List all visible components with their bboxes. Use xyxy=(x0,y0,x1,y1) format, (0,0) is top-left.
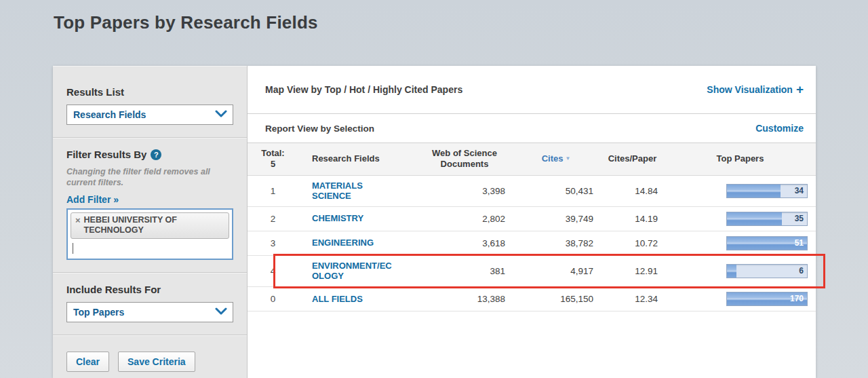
cites-cell: 4,917 xyxy=(512,261,600,281)
save-criteria-button[interactable]: Save Criteria xyxy=(118,352,195,372)
cites-cell: 50,431 xyxy=(512,181,600,201)
bar-value: 6 xyxy=(799,265,804,278)
include-results-dropdown[interactable]: Top Papers xyxy=(66,302,233,322)
col-cites-sort[interactable]: Cites▼ xyxy=(512,153,600,164)
bar-fill xyxy=(727,212,782,225)
top-papers-bar: 51 xyxy=(726,236,808,250)
plus-icon: + xyxy=(796,85,804,94)
top-papers-bar: 34 xyxy=(726,184,808,198)
cites-per-paper-cell: 14.19 xyxy=(600,209,665,229)
chevron-down-icon xyxy=(215,109,227,121)
top-papers-cell: 170 xyxy=(665,287,816,311)
field-link[interactable]: ENVIRONMENT/ECOLOGY xyxy=(312,261,395,282)
rank-cell: 0 xyxy=(248,289,298,309)
cites-cell: 165,150 xyxy=(512,289,600,309)
rank-cell: 4 xyxy=(248,261,298,281)
table-row: 0 ALL FIELDS 13,388 165,150 12.34 170 xyxy=(248,287,816,311)
cites-per-paper-cell: 12.91 xyxy=(600,261,665,281)
sort-desc-icon: ▼ xyxy=(565,155,570,162)
total-label: Total: xyxy=(248,148,298,159)
top-papers-cell: 34 xyxy=(665,179,816,203)
top-papers-bar: 35 xyxy=(726,212,808,226)
col-cites-per-paper: Cites/Paper xyxy=(600,153,665,164)
chevron-down-icon xyxy=(215,306,227,318)
sidebar: Results List Research Fields Filter Resu… xyxy=(53,66,248,378)
filter-label: Filter Results By ? xyxy=(66,149,233,160)
include-results-section: Include Results For Top Papers xyxy=(53,273,247,335)
results-list-selected: Research Fields xyxy=(73,109,146,120)
filter-tag-label: HEBEI UNIVERSITY OF TECHNOLOGY xyxy=(84,215,224,235)
rank-cell: 2 xyxy=(248,209,298,229)
bar-value: 34 xyxy=(795,185,804,197)
col-wos-documents: Web of Science Documents xyxy=(417,148,512,170)
report-view-bar: Report View by Selection Customize xyxy=(248,114,816,143)
top-papers-bar: 170 xyxy=(726,292,808,306)
results-list-dropdown[interactable]: Research Fields xyxy=(66,105,233,125)
cites-cell: 38,782 xyxy=(512,233,600,253)
bar-value: 170 xyxy=(790,292,804,305)
docs-cell: 3,618 xyxy=(417,233,512,253)
help-question-icon[interactable]: ? xyxy=(151,149,161,160)
show-visualization-link[interactable]: Show Visualization + xyxy=(707,84,804,95)
table-row: 2 CHEMISTRY 2,802 39,749 14.19 35 xyxy=(248,207,816,231)
top-papers-cell: 35 xyxy=(665,207,816,231)
content-panel: Results List Research Fields Filter Resu… xyxy=(53,66,816,378)
filter-tag: × HEBEI UNIVERSITY OF TECHNOLOGY xyxy=(71,212,229,239)
clear-button[interactable]: Clear xyxy=(66,352,109,372)
top-papers-bar: 6 xyxy=(726,264,808,278)
docs-cell: 2,802 xyxy=(417,209,512,229)
field-link[interactable]: CHEMISTRY xyxy=(312,213,363,224)
results-list-label: Results List xyxy=(66,86,233,98)
cites-per-paper-cell: 12.34 xyxy=(600,289,665,309)
docs-cell: 13,388 xyxy=(417,289,512,309)
bar-value: 51 xyxy=(795,237,804,250)
rank-cell: 1 xyxy=(248,181,298,201)
filter-note: Changing the filter field removes all cu… xyxy=(66,167,233,188)
map-view-bar: Map View by Top / Hot / Highly Cited Pap… xyxy=(248,66,816,114)
criteria-buttons-section: Clear Save Criteria xyxy=(53,335,247,378)
total-value: 5 xyxy=(248,159,298,170)
table-header: Total: 5 Research Fields Web of Science … xyxy=(248,143,816,176)
add-filter-link[interactable]: Add Filter » xyxy=(66,194,119,205)
page-title: Top Papers by Research Fields xyxy=(54,12,318,33)
col-top-papers: Top Papers xyxy=(665,153,816,164)
show-visualization-label: Show Visualization xyxy=(707,84,793,95)
table-row: 3 ENGINEERING 3,618 38,782 10.72 51 xyxy=(248,231,816,256)
col-research-fields: Research Fields xyxy=(298,153,417,164)
remove-tag-icon[interactable]: × xyxy=(75,215,81,225)
field-link[interactable]: ALL FIELDS xyxy=(312,294,363,305)
docs-cell: 381 xyxy=(417,261,512,281)
col-cites-label: Cites xyxy=(542,153,564,164)
cites-per-paper-cell: 10.72 xyxy=(600,233,665,253)
filter-label-text: Filter Results By xyxy=(66,149,146,160)
bar-value: 35 xyxy=(795,212,804,225)
top-papers-cell: 6 xyxy=(665,259,816,283)
table-row: 1 MATERIALS SCIENCE 3,398 50,431 14.84 3… xyxy=(248,176,816,207)
table-row-highlighted: 4 ENVIRONMENT/ECOLOGY 381 4,917 12.91 6 xyxy=(248,256,816,287)
total-header: Total: 5 xyxy=(248,148,298,170)
bar-fill xyxy=(727,185,781,197)
docs-cell: 3,398 xyxy=(417,181,512,201)
rank-cell: 3 xyxy=(248,233,298,253)
filter-section: Filter Results By ? Changing the filter … xyxy=(53,138,247,273)
bar-fill xyxy=(727,265,736,278)
include-results-selected: Top Papers xyxy=(73,307,124,318)
report-view-title: Report View by Selection xyxy=(265,124,374,134)
customize-link[interactable]: Customize xyxy=(755,123,804,134)
text-cursor xyxy=(73,243,73,254)
top-papers-cell: 51 xyxy=(665,231,816,255)
results-list-section: Results List Research Fields xyxy=(53,66,247,138)
cites-per-paper-cell: 14.84 xyxy=(600,181,665,201)
main-area: Map View by Top / Hot / Highly Cited Pap… xyxy=(248,66,816,378)
field-link[interactable]: MATERIALS SCIENCE xyxy=(312,181,395,202)
include-results-label: Include Results For xyxy=(66,284,233,295)
filter-input-box[interactable]: × HEBEI UNIVERSITY OF TECHNOLOGY xyxy=(66,208,233,260)
map-view-title: Map View by Top / Hot / Highly Cited Pap… xyxy=(265,84,462,95)
field-link[interactable]: ENGINEERING xyxy=(312,238,374,248)
cites-cell: 39,749 xyxy=(512,209,600,229)
